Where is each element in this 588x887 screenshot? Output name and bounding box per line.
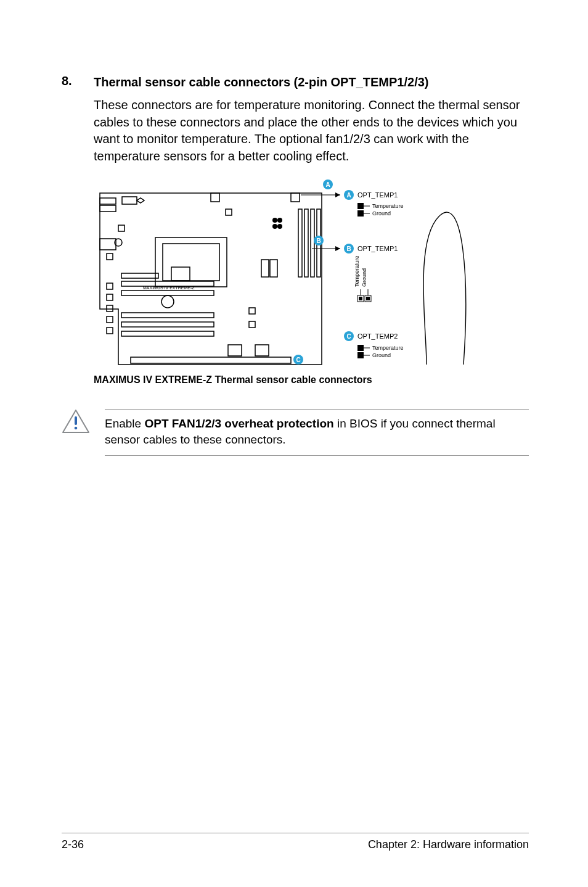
connector-badge-c: C bbox=[346, 333, 351, 340]
connector-name-b: OPT_TEMP1 bbox=[357, 245, 398, 252]
connector-a-pin2: Ground bbox=[372, 210, 391, 217]
connector-c-pin2: Ground bbox=[372, 352, 391, 358]
svg-rect-63 bbox=[357, 345, 364, 351]
svg-text:B: B bbox=[316, 237, 321, 244]
svg-rect-36 bbox=[249, 321, 255, 328]
note-prefix: Enable bbox=[105, 417, 144, 430]
svg-rect-13 bbox=[226, 209, 232, 215]
svg-marker-41 bbox=[335, 192, 340, 197]
connector-a-callout: A OPT_TEMP1 Temperature Ground bbox=[344, 190, 404, 217]
svg-point-19 bbox=[272, 224, 277, 229]
svg-point-17 bbox=[272, 218, 277, 223]
board-diagram: MAXIMUS IV EXTREME-Z A B bbox=[94, 179, 476, 371]
figure-caption: MAXIMUS IV EXTREME-Z Thermal sensor cabl… bbox=[94, 374, 529, 386]
section-heading: Thermal sensor cable connectors (2-pin O… bbox=[94, 74, 529, 91]
connector-b-pin1: Temperature bbox=[354, 256, 360, 287]
svg-rect-3 bbox=[118, 225, 125, 231]
svg-text:C: C bbox=[296, 357, 300, 363]
connector-name-a: OPT_TEMP1 bbox=[357, 191, 398, 199]
svg-marker-45 bbox=[335, 246, 340, 251]
connector-b-pin2: Ground bbox=[361, 268, 367, 287]
svg-rect-33 bbox=[261, 260, 269, 277]
badge-c-on-board: C bbox=[293, 355, 303, 365]
connector-badge-a: A bbox=[346, 192, 351, 199]
svg-rect-27 bbox=[121, 291, 214, 295]
footer-line: 2-36 Chapter 2: Hardware information bbox=[62, 833, 529, 851]
svg-rect-35 bbox=[249, 308, 255, 314]
connector-b-callout: B OPT_TEMP1 Temperature Ground bbox=[344, 244, 398, 302]
svg-point-31 bbox=[161, 295, 174, 308]
content-col: Thermal sensor cable connectors (2-pin O… bbox=[94, 74, 529, 390]
svg-rect-7 bbox=[107, 305, 113, 311]
svg-rect-34 bbox=[270, 260, 277, 277]
svg-rect-32 bbox=[171, 267, 190, 281]
svg-rect-52 bbox=[357, 210, 364, 217]
svg-rect-0 bbox=[100, 198, 116, 204]
svg-rect-12 bbox=[291, 193, 300, 202]
section-number-col: 8. bbox=[62, 74, 76, 390]
svg-rect-37 bbox=[228, 345, 242, 356]
svg-rect-22 bbox=[304, 209, 308, 277]
svg-rect-39 bbox=[131, 357, 291, 363]
svg-rect-14 bbox=[155, 237, 227, 287]
svg-rect-9 bbox=[107, 328, 113, 334]
svg-rect-10 bbox=[122, 197, 137, 204]
connector-a-pin1: Temperature bbox=[372, 203, 404, 209]
svg-rect-28 bbox=[121, 313, 214, 318]
page: 8. Thermal sensor cable connectors (2-pi… bbox=[0, 0, 588, 456]
svg-point-20 bbox=[277, 224, 282, 229]
svg-rect-2 bbox=[100, 239, 116, 250]
svg-rect-6 bbox=[107, 294, 113, 300]
svg-rect-38 bbox=[255, 345, 269, 356]
badge-b-on-board: B bbox=[312, 236, 340, 251]
note-text: Enable OPT FAN1/2/3 overheat protection … bbox=[105, 409, 529, 455]
svg-point-68 bbox=[75, 427, 78, 430]
connector-name-c: OPT_TEMP2 bbox=[357, 332, 398, 340]
footer-right: Chapter 2: Hardware information bbox=[368, 838, 529, 851]
svg-rect-8 bbox=[107, 316, 113, 323]
svg-rect-30 bbox=[121, 331, 214, 336]
footer: 2-36 Chapter 2: Hardware information bbox=[0, 833, 588, 851]
connector-badge-b: B bbox=[346, 245, 351, 252]
svg-rect-59 bbox=[366, 297, 370, 300]
connector-c-pin1: Temperature bbox=[372, 345, 404, 351]
note: Enable OPT FAN1/2/3 overheat protection … bbox=[62, 409, 529, 455]
thermistor-cable-icon bbox=[423, 212, 466, 365]
svg-rect-29 bbox=[121, 322, 214, 327]
badge-a-on-board: A bbox=[301, 179, 340, 197]
svg-rect-23 bbox=[311, 209, 314, 277]
svg-rect-25 bbox=[121, 273, 158, 278]
svg-rect-67 bbox=[75, 416, 77, 425]
section: 8. Thermal sensor cable connectors (2-pi… bbox=[62, 74, 529, 390]
svg-rect-21 bbox=[298, 209, 302, 277]
figure: MAXIMUS IV EXTREME-Z A B bbox=[94, 179, 529, 386]
svg-point-18 bbox=[277, 218, 282, 223]
connector-c-callout: C OPT_TEMP2 Temperature Ground bbox=[344, 331, 404, 358]
note-bold: OPT FAN1/2/3 overheat protection bbox=[144, 417, 333, 430]
svg-text:A: A bbox=[325, 181, 330, 188]
svg-rect-58 bbox=[359, 297, 362, 300]
board-name-text: MAXIMUS IV EXTREME-Z bbox=[143, 286, 195, 290]
section-number: 8. bbox=[62, 74, 76, 88]
svg-rect-1 bbox=[100, 205, 116, 212]
section-body: These connectors are for temperature mon… bbox=[94, 97, 529, 165]
caution-icon bbox=[62, 409, 90, 434]
svg-rect-11 bbox=[211, 193, 219, 202]
svg-rect-51 bbox=[357, 203, 364, 209]
svg-rect-64 bbox=[357, 352, 364, 358]
svg-rect-5 bbox=[107, 283, 113, 289]
svg-rect-4 bbox=[107, 254, 113, 260]
footer-left: 2-36 bbox=[62, 838, 84, 851]
